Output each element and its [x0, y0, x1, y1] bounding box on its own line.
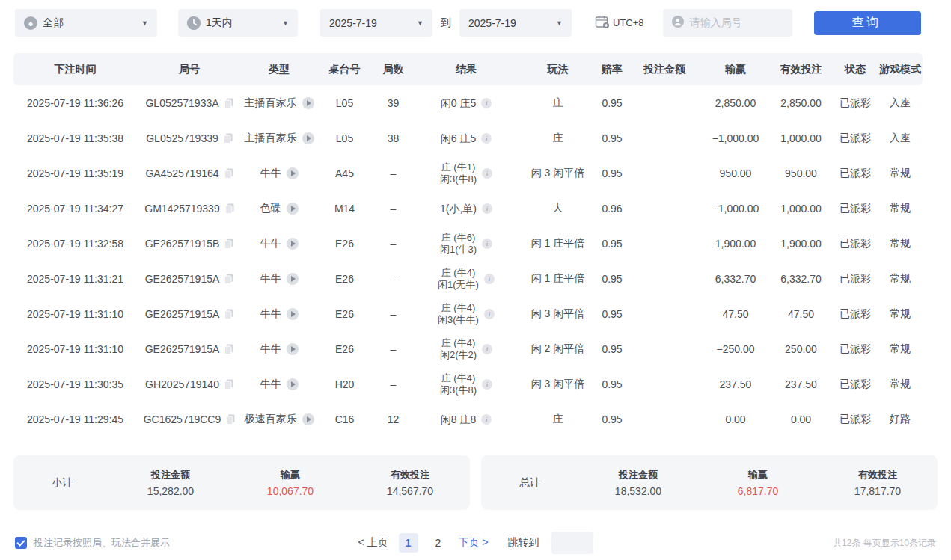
copy-icon[interactable]: [224, 98, 233, 108]
cell-status: 已派彩: [833, 261, 878, 296]
play-video-icon[interactable]: [287, 238, 299, 250]
info-icon[interactable]: i: [482, 379, 492, 390]
cell-winloss: −1,000.00: [702, 120, 769, 156]
cell-odds: 0.95: [597, 401, 627, 437]
cell-type: 主播百家乐: [242, 120, 317, 156]
header-winloss: 输赢: [702, 53, 769, 85]
cell-valid-bet: 6,332.70: [769, 261, 833, 296]
play-video-icon[interactable]: [287, 203, 299, 215]
cell-bet-amount: [627, 191, 702, 226]
cell-table-no: E26: [317, 261, 373, 296]
play-video-icon[interactable]: [287, 378, 299, 390]
copy-icon[interactable]: [225, 203, 234, 214]
play-video-icon[interactable]: [302, 97, 314, 109]
copy-icon[interactable]: [224, 309, 233, 319]
cell-winloss: −1,000.00: [702, 191, 769, 226]
play-video-icon[interactable]: [287, 273, 299, 285]
merge-records-toggle[interactable]: 投注记录按照局、玩法合并展示: [15, 536, 170, 550]
info-icon[interactable]: i: [482, 239, 492, 249]
play-video-icon[interactable]: [287, 308, 299, 320]
page-button-1[interactable]: 1: [399, 533, 418, 553]
cell-rounds: 38: [373, 120, 414, 156]
cell-play: 庄: [519, 85, 597, 120]
subtotal-winloss: 输赢 10,067.70: [230, 468, 350, 497]
info-icon[interactable]: i: [481, 414, 492, 425]
info-icon[interactable]: i: [482, 203, 492, 214]
info-icon[interactable]: i: [482, 344, 492, 354]
info-icon[interactable]: i: [482, 168, 492, 179]
cell-rounds: 12: [373, 401, 414, 437]
summary-row: 小计 投注金额 15,282.00 输赢 10,067.70 有效投注 14,5…: [13, 455, 938, 510]
cell-rounds: –: [373, 261, 414, 296]
cell-odds: 0.96: [597, 191, 627, 226]
copy-icon[interactable]: [224, 379, 233, 390]
copy-icon[interactable]: [226, 414, 235, 425]
cell-bet-amount: [627, 85, 702, 120]
cell-game-id: GC1625719CC9: [137, 401, 242, 437]
cell-rounds: 39: [373, 85, 414, 120]
cell-odds: 0.95: [597, 296, 627, 331]
info-icon[interactable]: i: [481, 98, 492, 108]
cell-odds: 0.95: [597, 331, 627, 366]
cell-status: 已派彩: [833, 120, 878, 156]
cell-rounds: –: [373, 191, 414, 226]
cell-rounds: –: [373, 331, 414, 366]
prev-page-button[interactable]: < 上页: [358, 536, 388, 550]
cell-game-id: GE262571915A: [137, 331, 242, 366]
table-row: 2025-07-19 11:31:10 GE262571915A 牛牛 E26 …: [13, 331, 923, 366]
info-icon[interactable]: i: [484, 309, 495, 319]
cell-odds: 0.95: [597, 226, 627, 261]
date-to-select[interactable]: 2025-7-19 ▼: [459, 9, 572, 37]
cell-status: 已派彩: [833, 226, 878, 261]
info-icon[interactable]: i: [481, 133, 492, 144]
header-rounds: 局数: [373, 53, 414, 85]
query-button[interactable]: 查询: [814, 11, 921, 35]
game-category-select[interactable]: ♠ 全部 ▼: [15, 9, 157, 37]
copy-icon[interactable]: [224, 133, 233, 144]
game-category-value: 全部: [43, 16, 64, 30]
bet-records-table: 下注时间 局号 类型 桌台号 局数 结果 玩法 赔率 投注金额 输赢 有效投注 …: [13, 53, 923, 437]
cell-game-id: GL052571933A: [137, 85, 242, 120]
cell-odds: 0.95: [597, 261, 627, 296]
header-bet-time: 下注时间: [13, 53, 137, 85]
cell-play: 闲 3 闲平倍: [519, 366, 597, 401]
page-button-2[interactable]: 2: [429, 533, 448, 553]
chevron-down-icon: ▼: [411, 19, 423, 27]
cell-bet-amount: [627, 331, 702, 366]
info-icon[interactable]: i: [484, 274, 495, 284]
cell-winloss: 6,332.70: [702, 261, 769, 296]
cell-result: 庄 (牛4)闲3(牛牛) i: [414, 296, 519, 331]
cell-bet-amount: [627, 156, 702, 191]
copy-icon[interactable]: [224, 344, 233, 354]
cell-result: 1(小,单) i: [414, 191, 519, 226]
copy-icon[interactable]: [224, 168, 233, 179]
cell-type: 极速百家乐: [242, 401, 317, 437]
cell-table-no: E26: [317, 296, 373, 331]
footer-bar: 投注记录按照局、玩法合并展示 < 上页 1 2 下页 > 跳转到 共12条 每页…: [15, 532, 936, 553]
timezone-selector[interactable]: UTC+8: [595, 15, 644, 31]
cell-bet-amount: [627, 296, 702, 331]
cell-game-id: GH2025719140: [137, 366, 242, 401]
play-video-icon[interactable]: [302, 413, 314, 425]
play-video-icon[interactable]: [302, 132, 314, 144]
copy-icon[interactable]: [224, 239, 233, 249]
time-range-select[interactable]: 1天内 ▼: [178, 9, 298, 37]
next-page-button[interactable]: 下页 >: [459, 536, 489, 550]
copy-icon[interactable]: [224, 274, 233, 284]
date-from-select[interactable]: 2025-7-19 ▼: [320, 9, 432, 37]
date-from-value: 2025-7-19: [329, 17, 377, 29]
checkbox-checked-icon[interactable]: [15, 537, 27, 549]
cell-game-mode: 入座: [878, 120, 923, 156]
jump-to-page-input[interactable]: [551, 532, 593, 554]
game-id-search-input[interactable]: 请输入局号: [663, 9, 792, 37]
play-video-icon[interactable]: [287, 343, 299, 355]
play-video-icon[interactable]: [287, 167, 299, 179]
cell-type: 牛牛: [242, 261, 317, 296]
header-game-mode: 游戏模式: [878, 53, 923, 85]
total-box: 总计 投注金额 18,532.00 输赢 6,817.70 有效投注 17,81…: [481, 455, 938, 510]
cell-table-no: M14: [317, 191, 373, 226]
header-bet-amount: 投注金额: [627, 53, 702, 85]
cell-status: 已派彩: [833, 85, 878, 120]
cell-valid-bet: 2,850.00: [769, 85, 833, 120]
timezone-value: UTC+8: [613, 17, 644, 28]
